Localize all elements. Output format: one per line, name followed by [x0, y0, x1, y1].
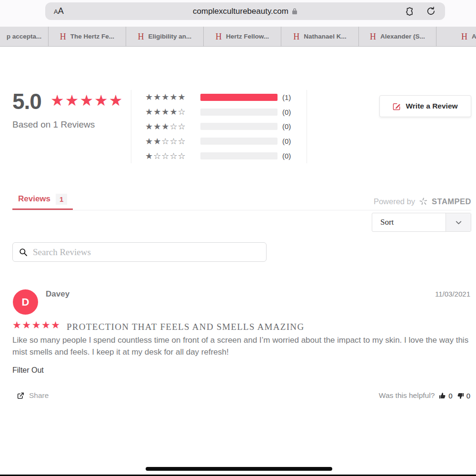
- browser-tab[interactable]: HEligibility an...: [126, 27, 204, 46]
- screen: AA complexculturebeauty.com p accepta...…: [0, 0, 476, 476]
- histogram-row-stars: ★★☆☆☆: [145, 136, 200, 147]
- sort-dropdown[interactable]: Sort: [372, 213, 471, 232]
- browser-tab[interactable]: HNathanael K...: [281, 27, 359, 46]
- review-date: 11/03/2021: [435, 290, 470, 298]
- share-label: Share: [29, 391, 49, 400]
- review-title: PROTECTION THAT FEELS AND SMELLS AMAZING: [67, 322, 304, 332]
- thumbs-down-count: 0: [466, 392, 470, 400]
- browser-tab[interactable]: p accepta...: [0, 27, 49, 46]
- hertz-favicon: H: [60, 32, 66, 41]
- histogram-bar[interactable]: [200, 94, 278, 101]
- tab-bar: p accepta...HThe Hertz Fe...HEligibility…: [0, 27, 476, 47]
- tab-label: p accepta...: [7, 33, 42, 40]
- url-text: complexculturebeauty.com: [193, 7, 288, 16]
- hertz-favicon: H: [461, 32, 467, 41]
- histogram-row-count: (0): [282, 122, 291, 130]
- stamped-logo-icon: [419, 197, 428, 206]
- sort-chevron-button[interactable]: [446, 213, 471, 231]
- average-rating-stars: ★★★★★: [50, 91, 123, 109]
- tab-label: Alexander (S...: [380, 33, 425, 40]
- tab-label: Eligibility an...: [149, 33, 192, 40]
- lock-icon: [292, 8, 298, 15]
- tab-reviews[interactable]: Reviews 1: [12, 189, 73, 210]
- tab-label: Nathanael K...: [304, 33, 346, 40]
- search-icon: [19, 248, 28, 257]
- histogram-bar[interactable]: [200, 138, 278, 145]
- browser-tab[interactable]: HAlexander (S...: [359, 27, 436, 46]
- chevron-down-icon: [455, 218, 463, 227]
- average-rating: 5.0: [12, 89, 41, 114]
- hertz-favicon: H: [293, 32, 299, 41]
- review-filter-out-text: Filter Out: [12, 366, 44, 375]
- helpful-section: Was this helpful? 0 0: [379, 391, 470, 400]
- powered-by-label: Powered by: [374, 197, 415, 206]
- search-reviews-input[interactable]: [32, 247, 260, 258]
- histogram-row: ★★★★★(1): [131, 92, 307, 102]
- histogram-row-count: (0): [282, 108, 291, 116]
- browser-tab[interactable]: HHertz Fellow...: [204, 27, 281, 46]
- extensions-puzzle-icon[interactable]: [405, 6, 416, 17]
- reviewer-name: Davey: [46, 289, 69, 299]
- reviews-count-badge: 1: [56, 194, 67, 205]
- rating-histogram: ★★★★★(1)★★★★☆(0)★★★☆☆(0)★★☆☆☆(0)★☆☆☆☆(0): [131, 90, 307, 163]
- hertz-favicon: H: [138, 32, 144, 41]
- reload-icon[interactable]: [426, 6, 436, 17]
- stamped-wordmark: STAMPED: [432, 197, 471, 206]
- search-reviews-box: [12, 242, 267, 262]
- tab-label: Hertz Fellow...: [226, 33, 269, 40]
- histogram-row: ★★☆☆☆(0): [131, 136, 307, 147]
- address-bar-center[interactable]: complexculturebeauty.com: [45, 2, 445, 20]
- tab-reviews-label: Reviews: [18, 194, 50, 204]
- share-icon: [17, 392, 25, 400]
- review-rating-stars: ★★★★★: [12, 319, 61, 331]
- tab-label: Alexa: [472, 33, 476, 40]
- browser-tab[interactable]: HAlexa: [436, 27, 476, 46]
- review-body: Like so many people I spend countless ti…: [12, 334, 471, 358]
- edit-pencil-icon: [393, 102, 401, 110]
- thumbs-down-button[interactable]: 0: [457, 392, 470, 400]
- thumbs-down-icon: [457, 392, 464, 399]
- write-review-button[interactable]: Write a Review: [379, 95, 471, 117]
- histogram-row-stars: ★★★★☆: [145, 107, 200, 117]
- histogram-row: ★★★★☆(0): [131, 107, 307, 117]
- thumbs-up-icon: [439, 392, 446, 399]
- histogram-row-stars: ★★★★★: [145, 92, 200, 102]
- helpful-label: Was this helpful?: [379, 391, 435, 400]
- histogram-row-count: (0): [282, 137, 291, 145]
- hertz-favicon: H: [370, 32, 376, 41]
- browser-toolbar: AA complexculturebeauty.com: [0, 0, 476, 27]
- histogram-row-count: (1): [282, 93, 291, 101]
- hertz-favicon: H: [216, 32, 222, 41]
- histogram-row-stars: ★★★☆☆: [145, 121, 200, 132]
- home-indicator[interactable]: [146, 467, 332, 471]
- thumbs-up-count: 0: [448, 392, 452, 400]
- sort-selected-value: Sort: [372, 213, 446, 231]
- histogram-row-stars: ★☆☆☆☆: [145, 151, 200, 161]
- histogram-bar[interactable]: [200, 152, 278, 159]
- address-bar[interactable]: AA complexculturebeauty.com: [45, 2, 445, 20]
- reviewer-avatar: D: [13, 289, 38, 315]
- review-count-text: Based on 1 Reviews: [12, 119, 95, 130]
- histogram-row: ★★★☆☆(0): [131, 121, 307, 132]
- histogram-bar[interactable]: [200, 123, 278, 130]
- browser-tab[interactable]: HThe Hertz Fe...: [49, 27, 126, 46]
- thumbs-up-button[interactable]: 0: [439, 392, 452, 400]
- histogram-bar[interactable]: [200, 109, 278, 116]
- powered-by-stamped[interactable]: Powered by STAMPED: [374, 197, 471, 206]
- tab-label: The Hertz Fe...: [70, 33, 114, 40]
- histogram-row: ★☆☆☆☆(0): [131, 151, 307, 161]
- histogram-row-count: (0): [282, 152, 291, 160]
- share-button[interactable]: Share: [17, 391, 49, 400]
- histogram-bar-fill: [200, 94, 278, 101]
- write-review-label: Write a Review: [406, 102, 457, 110]
